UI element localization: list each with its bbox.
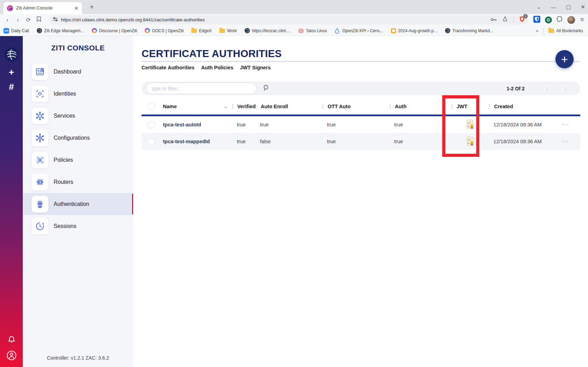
discourse-icon <box>145 28 150 33</box>
bookmark-daily-call[interactable]: zm Daily Call <box>4 28 29 34</box>
certificate-jwt-icon[interactable] <box>466 119 474 130</box>
sessions-clock-icon <box>32 218 48 235</box>
new-tab-button[interactable]: + <box>90 4 94 11</box>
forward-button[interactable]: › <box>13 17 23 23</box>
ca-name[interactable]: tpca-test-autoId <box>163 122 201 127</box>
profile-avatar[interactable] <box>567 16 575 24</box>
column-jwt[interactable]: JWT <box>457 104 467 109</box>
share-icon[interactable] <box>502 16 508 23</box>
bookmark-transforming-markd[interactable]: Transforming Markd... <box>445 28 493 33</box>
hash-icon[interactable]: # <box>9 82 14 91</box>
brave-shield-icon[interactable]: 1 <box>519 16 525 24</box>
filter-input[interactable] <box>146 83 257 94</box>
auto-enroll-value: false <box>255 139 322 144</box>
verified-value: true <box>232 139 255 144</box>
pagination-next-icon[interactable]: › <box>556 84 574 92</box>
tab-certificate-authorities[interactable]: Certificate Authorities <box>142 65 194 70</box>
sidebar-item-policies[interactable]: Policies <box>23 149 133 171</box>
sidebar-item-sessions[interactable]: Sessions <box>23 215 133 237</box>
reload-button[interactable]: ⟳ <box>23 16 34 23</box>
zoom-app-icon: zm <box>4 28 9 34</box>
sidebar-item-identities[interactable]: Identities <box>23 83 133 105</box>
created-value: 12/18/2024 08:36 AM <box>489 122 550 127</box>
ott-auto-value: true <box>322 122 390 127</box>
bookmark-folder-work[interactable]: Work <box>219 28 237 33</box>
fingerprint-icon <box>32 85 48 102</box>
window-maximize-button[interactable]: ▢ <box>566 4 571 10</box>
sidebar-item-services[interactable]: Services <box>23 105 133 127</box>
bookmark-icon[interactable] <box>34 16 44 23</box>
back-button[interactable]: ‹ <box>2 17 13 23</box>
certificate-jwt-icon[interactable] <box>466 136 474 147</box>
row-checkbox[interactable] <box>148 121 155 129</box>
table-row[interactable]: tpca-test-autoId true true true true 12/… <box>142 116 580 133</box>
window-close-button[interactable]: ✕ <box>581 4 585 10</box>
add-icon[interactable]: + <box>9 68 14 77</box>
tab-search-chevron-icon[interactable]: ⌄ <box>537 4 541 10</box>
authentication-badge-icon <box>32 196 48 213</box>
tab-close-icon[interactable]: ✕ <box>74 6 78 11</box>
verified-value: true <box>232 122 255 127</box>
version-footer: Controller: v1.2.1 ZAC: 3.6.2 <box>23 355 133 361</box>
bookmarks-bar: zm Daily Call Ziti Edge Managem... Disco… <box>0 26 588 36</box>
droplet-icon <box>335 28 340 34</box>
table-row[interactable]: tpca-test-mappedId true false true true … <box>142 133 580 150</box>
password-key-icon[interactable] <box>491 17 497 23</box>
notifications-bell-icon[interactable] <box>7 335 16 345</box>
console-title: ZITI CONSOLE <box>23 44 133 52</box>
url-text: https://ctrl.cdaws.clint.demo.openziti.o… <box>61 17 491 22</box>
grammarly-extension-icon[interactable]: G <box>545 16 552 23</box>
sidebar-item-routers[interactable]: Routers <box>23 171 133 193</box>
dashboard-icon <box>32 63 48 80</box>
tab-jwt-signers[interactable]: JWT Signers <box>240 65 271 70</box>
add-certificate-authority-button[interactable]: + <box>555 50 574 68</box>
browser-tab[interactable]: Ziti Admin Console ✕ <box>4 2 82 14</box>
main-content: CERTIFICATE AUTHORITIES Certificate Auth… <box>133 36 588 367</box>
row-actions-menu-icon[interactable] <box>550 141 580 142</box>
extensions-puzzle-icon[interactable] <box>556 16 563 24</box>
shield-badge: 1 <box>523 14 528 19</box>
column-auth[interactable]: Auth <box>395 104 406 109</box>
column-ott-auto[interactable]: OTT Auto <box>328 104 351 109</box>
all-bookmarks-button[interactable]: All Bookmarks <box>548 28 583 33</box>
sidebar-item-dashboard[interactable]: Dashboard <box>23 61 133 83</box>
pagination-prev-icon[interactable]: ‹ <box>538 84 556 92</box>
bookmark-talos-linux[interactable]: Talos Linux <box>298 28 327 34</box>
bitwarden-extension-icon[interactable] <box>533 16 540 24</box>
select-all-checkbox[interactable] <box>148 103 155 110</box>
ziti-logo-icon[interactable] <box>4 47 19 62</box>
bookmark-discourse[interactable]: Discourse | OpenZiti <box>92 28 137 33</box>
browser-menu-icon[interactable]: ≡ <box>580 16 584 23</box>
account-profile-icon[interactable] <box>6 350 17 362</box>
bookmark-folder-edgex[interactable]: EdgeX <box>191 28 212 33</box>
tab-auth-policies[interactable]: Auth Policies <box>201 65 233 70</box>
bookmark-2024-aug-growth[interactable]: 2024-Aug-growth.p... <box>391 28 437 33</box>
discourse-icon <box>92 28 97 33</box>
search-icon[interactable] <box>263 84 270 93</box>
browser-tabstrip: Ziti Admin Console ✕ + ⌄ — ▢ ✕ <box>0 0 588 14</box>
sidebar-item-authentication[interactable]: Authentication <box>23 193 133 215</box>
column-created[interactable]: Created <box>494 104 513 109</box>
folder-icon <box>548 29 554 33</box>
column-name[interactable]: Name <box>163 104 177 109</box>
ziti-favicon-icon <box>7 5 13 11</box>
talos-icon <box>298 28 304 34</box>
bookmark-docs-openziti[interactable]: DOCS | OpenZiti <box>145 28 184 33</box>
bookmarks-overflow-chevron[interactable]: » <box>536 28 538 33</box>
address-bar[interactable]: https://ctrl.cdaws.clint.demo.openziti.o… <box>49 15 528 25</box>
bookmark-ziti-edge[interactable]: Ziti Edge Managem... <box>37 28 84 33</box>
auth-value: true <box>390 139 451 144</box>
site-settings-icon[interactable] <box>53 17 58 23</box>
ca-name[interactable]: tpca-test-mappedId <box>163 139 210 144</box>
sidebar-item-configurations[interactable]: Configurations <box>23 127 133 149</box>
column-auto-enroll[interactable]: Auto Enroll <box>261 104 288 109</box>
auto-enroll-value: true <box>255 122 322 127</box>
ziti-console-app: + # ZITI CONSOLE Dashboard <box>0 36 588 367</box>
column-verified[interactable]: Verified <box>237 104 255 109</box>
bookmark-brozac[interactable]: https://brozac.clint.... <box>245 28 290 33</box>
sort-chevron-icon[interactable]: ⌄ <box>224 104 227 109</box>
window-minimize-button[interactable]: — <box>551 4 556 10</box>
row-checkbox[interactable] <box>148 138 155 145</box>
row-actions-menu-icon[interactable] <box>550 124 580 125</box>
bookmark-openziti-kpi[interactable]: OpenZiti KPI › Cens... <box>335 28 383 34</box>
